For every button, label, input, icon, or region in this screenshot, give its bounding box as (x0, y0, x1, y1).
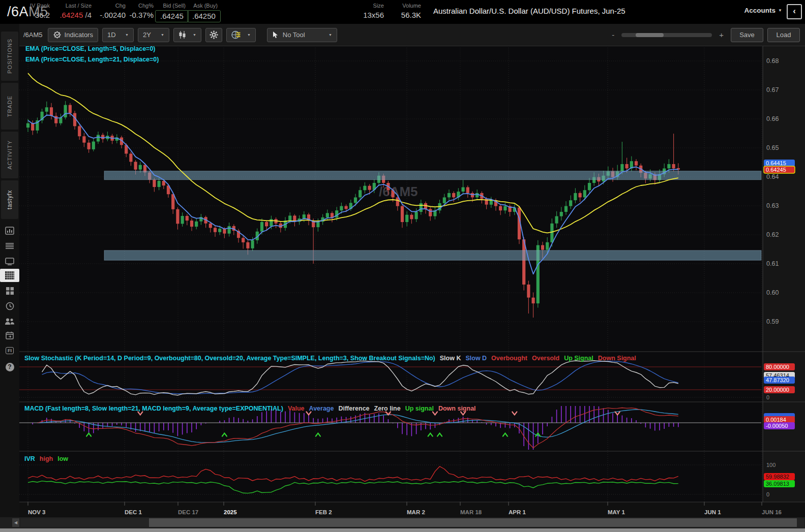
sidebar-tab-activity[interactable]: ACTIVITY (1, 132, 18, 178)
chevron-down-icon: ▼ (193, 33, 196, 37)
legend-macd-difference: Difference (338, 405, 369, 412)
svg-text:0.66: 0.66 (766, 115, 779, 122)
svg-text:0.67: 0.67 (766, 86, 779, 93)
svg-text:NOV 3: NOV 3 (28, 509, 46, 515)
load-button[interactable]: Load (767, 28, 800, 42)
dashboard-icon (6, 287, 14, 295)
people-icon (5, 318, 15, 325)
ivr-title: IVR (24, 455, 35, 462)
legend-down-signal: Down Signal (598, 355, 636, 362)
toolbar-symbol-label: /6AM5 (23, 31, 43, 39)
svg-text:0.68: 0.68 (766, 57, 779, 65)
legend-slow-k: Slow K (440, 355, 461, 362)
chevron-down-icon: ▼ (329, 33, 332, 37)
zoom-control: - + (612, 30, 724, 39)
svg-text:0.65: 0.65 (766, 144, 779, 151)
svg-text:0: 0 (766, 491, 769, 497)
chart-window-icon (5, 227, 14, 235)
legend-overbought: Overbought (491, 355, 527, 362)
chart-toolbar: /6AM5 Indicators 1D▼ 2Y▼ ▼ (19, 24, 805, 46)
grid-layout-icon (231, 30, 241, 39)
ema21-study-label[interactable]: EMA (Price=CLOSE, Length=21, Displace=0) (25, 56, 159, 63)
zoom-in-button[interactable]: + (719, 30, 724, 39)
indicators-flask-icon (53, 30, 62, 39)
iv-rank-stat: IV Rank36.2 (24, 3, 50, 20)
zoom-slider[interactable] (621, 33, 712, 37)
grid-chart-icon (5, 271, 15, 280)
chart-settings-button[interactable] (205, 28, 222, 42)
chevron-down-icon: ▼ (247, 33, 251, 37)
svg-text:0: 0 (766, 394, 769, 400)
volume-stat: Volume56.3K (393, 3, 421, 20)
accounts-dropdown[interactable]: Accounts▼ (744, 7, 782, 14)
svg-text:FEB 2: FEB 2 (315, 509, 332, 515)
svg-text:47.87320: 47.87320 (766, 377, 789, 383)
zoom-slider-thumb[interactable] (636, 33, 664, 37)
sidebar-item-watchlist[interactable] (0, 239, 19, 253)
gear-icon (210, 30, 218, 39)
stochastic-study-header[interactable]: Slow Stochastic (K Period=14, D Period=9… (24, 355, 636, 362)
quote-header: /6AM5 IV Rank36.2 Last / Size .64245 /4 … (0, 0, 805, 24)
legend-oversold: Oversold (532, 355, 559, 362)
chart-type-dropdown[interactable]: ▼ (173, 28, 201, 42)
svg-text:100: 100 (766, 462, 776, 468)
svg-text:0.59: 0.59 (766, 318, 779, 325)
chart-area[interactable]: /6AM50.680.670.660.650.640.630.620.610.6… (0, 0, 805, 532)
calendar-icon (6, 331, 14, 339)
legend-macd-average: Average (309, 405, 334, 412)
sidebar-tab-tastyfx[interactable]: tastyfx (1, 180, 18, 219)
range-dropdown[interactable]: 2Y▼ (138, 28, 169, 42)
sidebar-item-fi[interactable]: FI (0, 344, 19, 357)
ema5-study-label[interactable]: EMA (Price=CLOSE, Length=5, Displace=0) (25, 45, 156, 52)
scroll-left-arrow-icon[interactable]: ◀ (12, 518, 19, 527)
scrollbar-track[interactable] (20, 518, 804, 527)
sidebar-item-live-tv[interactable] (0, 255, 19, 268)
fi-badge-icon: FI (6, 347, 14, 354)
sidebar-item-calendar[interactable] (0, 329, 19, 342)
sidebar-item-history[interactable] (0, 299, 19, 312)
sidebar-item-chart-window[interactable] (0, 224, 19, 237)
drawing-tool-dropdown[interactable]: No Tool▼ (267, 28, 337, 42)
cursor-pointer-icon (272, 31, 279, 39)
scrollbar-thumb[interactable] (149, 518, 797, 527)
legend-ivr-high: high (40, 455, 53, 462)
svg-text:0.64: 0.64 (766, 173, 779, 180)
ask-stat[interactable]: Ask (Buy).64250 (187, 3, 218, 22)
svg-text:APR 1: APR 1 (509, 509, 526, 515)
chevron-down-icon: ▼ (778, 8, 782, 13)
legend-macd-zero-line: Zero line (374, 405, 401, 412)
svg-text:36.09813: 36.09813 (766, 481, 789, 487)
clock-icon (6, 302, 14, 310)
tv-icon (5, 258, 14, 265)
svg-text:0.60: 0.60 (766, 289, 779, 296)
macd-study-header[interactable]: MACD (Fast length=8, Slow length=21, MAC… (24, 405, 476, 412)
list-icon (5, 242, 14, 249)
sidebar-item-help[interactable]: ? (0, 360, 19, 373)
horizontal-scrollbar[interactable]: ◀ (0, 517, 805, 528)
chg-stat: Chg-.00240 (94, 3, 126, 20)
svg-text:0.64415: 0.64415 (766, 160, 786, 166)
indicators-button[interactable]: Indicators (48, 28, 98, 42)
svg-text:80.00000: 80.00000 (766, 364, 789, 370)
legend-up-signal: Up Signal (564, 355, 593, 362)
collapse-panel-button[interactable]: ‹ (787, 4, 802, 19)
legend-macd-down-signal: Down signal (438, 405, 476, 412)
chg-pct-stat: Chg%-0.37% (128, 3, 154, 20)
svg-text:2025: 2025 (224, 509, 237, 515)
sidebar-item-community[interactable] (0, 315, 19, 328)
legend-macd-up-signal: Up signal (405, 405, 434, 412)
ivr-study-header[interactable]: IVRhighlow (24, 455, 68, 462)
window-bottom-edge (0, 528, 805, 532)
sidebar-tab-positions[interactable]: POSITIONS (1, 32, 18, 81)
save-button[interactable]: Save (731, 28, 763, 42)
help-icon: ? (6, 363, 14, 371)
svg-text:MAR 2: MAR 2 (407, 509, 425, 515)
last-size-stat: Last / Size .64245 /4 (53, 3, 92, 20)
timeframe-dropdown[interactable]: 1D▼ (102, 28, 134, 42)
bid-stat[interactable]: Bid (Sell).64245 (155, 3, 186, 22)
sidebar-tab-trade[interactable]: TRADE (1, 83, 18, 130)
sidebar-item-dashboard[interactable] (0, 284, 19, 297)
sidebar-item-charts-active[interactable] (0, 269, 19, 282)
zoom-out-button[interactable]: - (612, 30, 614, 39)
layout-grid-dropdown[interactable]: ▼ (226, 28, 256, 42)
